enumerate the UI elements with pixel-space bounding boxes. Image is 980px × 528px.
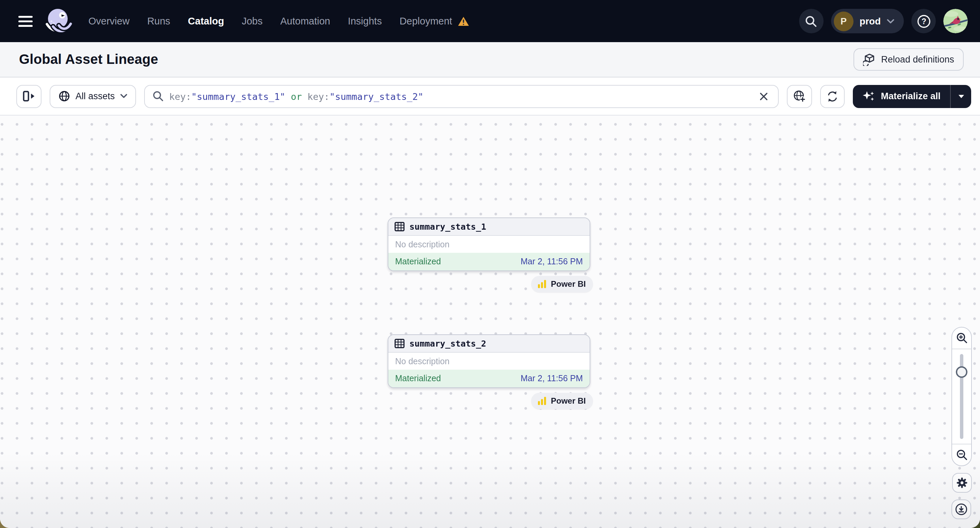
- page-header: Global Asset Lineage Reload definitions: [0, 42, 980, 78]
- reload-definitions-label: Reload definitions: [881, 54, 954, 65]
- zoom-in-button[interactable]: [952, 328, 971, 349]
- asset-node-header: summary_stats_2: [388, 335, 590, 353]
- chevron-down-icon: [958, 94, 964, 98]
- deployment-name: prod: [860, 16, 881, 27]
- asset-node-summary-stats-1[interactable]: summary_stats_1 No description Materiali…: [388, 217, 590, 271]
- refresh-graph-button[interactable]: [820, 85, 845, 108]
- close-icon: [759, 91, 768, 101]
- nav-item-label: Automation: [280, 16, 330, 27]
- materialized-status: Materialized: [395, 374, 441, 383]
- nav-item-insights[interactable]: Insights: [348, 16, 382, 27]
- page-title: Global Asset Lineage: [19, 52, 158, 67]
- download-icon: [955, 503, 968, 516]
- asset-node-status-row: Materialized Mar 2, 11:56 PM: [388, 369, 590, 387]
- powerbi-tag-badge[interactable]: Power BI: [531, 393, 593, 409]
- lineage-canvas[interactable]: summary_stats_1 No description Materiali…: [0, 116, 980, 528]
- download-graph-button[interactable]: [951, 499, 971, 519]
- nav-item-label: Insights: [348, 16, 382, 27]
- table-icon: [395, 338, 405, 349]
- refresh-icon: [826, 90, 838, 102]
- nav-item-overview[interactable]: Overview: [88, 16, 130, 27]
- help-icon: ?: [916, 14, 931, 28]
- help-button[interactable]: ?: [911, 9, 936, 33]
- zoom-out-button[interactable]: [952, 444, 971, 466]
- nav-item-label: Deployment: [399, 16, 452, 27]
- materialize-options-button[interactable]: [950, 85, 971, 108]
- search-token: "summary_stats_1": [191, 91, 285, 101]
- nav-item-deployment[interactable]: Deployment: [399, 16, 469, 27]
- sparkles-icon: [862, 90, 875, 102]
- materialize-all-button[interactable]: Materialize all: [853, 85, 950, 108]
- global-search-button[interactable]: [799, 9, 824, 33]
- nav-item-label: Jobs: [242, 16, 262, 27]
- graph-settings-button[interactable]: [952, 473, 972, 493]
- materialize-all-label: Materialize all: [881, 91, 940, 101]
- zoom-controls: [951, 327, 972, 466]
- canvas-bottom-shade: [0, 453, 980, 528]
- nav-item-label: Catalog: [188, 16, 224, 27]
- powerbi-tag-label: Power BI: [551, 279, 586, 289]
- materialize-all-split-button: Materialize all: [853, 85, 971, 108]
- asset-description: No description: [395, 357, 450, 366]
- user-avatar[interactable]: [943, 9, 968, 33]
- search-query-text: key:"summary_stats_1" or key:"summary_st…: [169, 91, 751, 101]
- gear-icon: [956, 477, 968, 488]
- search-icon: [152, 90, 164, 102]
- nav-item-automation[interactable]: Automation: [280, 16, 330, 27]
- asset-name: summary_stats_2: [409, 338, 486, 349]
- chevron-down-icon: [120, 94, 127, 98]
- materialization-timestamp[interactable]: Mar 2, 11:56 PM: [520, 257, 583, 266]
- nav-item-catalog[interactable]: Catalog: [188, 16, 224, 27]
- asset-name: summary_stats_1: [409, 222, 486, 232]
- deployment-initial-badge: P: [834, 11, 853, 31]
- powerbi-icon: [537, 396, 547, 406]
- asset-node-header: summary_stats_1: [388, 218, 590, 236]
- zoom-slider-knob[interactable]: [956, 366, 967, 378]
- search-token: key:: [169, 91, 191, 101]
- asset-node-status-row: Materialized Mar 2, 11:56 PM: [388, 253, 590, 270]
- view-global-graph-button[interactable]: [787, 85, 812, 108]
- zoom-in-icon: [956, 332, 967, 344]
- app-window: Overview Runs Catalog Jobs Automation In…: [0, 0, 980, 528]
- lineage-toolbar: All assets key:"summary_stats_1" or key:…: [0, 78, 980, 116]
- asset-scope-dropdown[interactable]: All assets: [49, 85, 136, 108]
- warning-triangle-icon: [458, 16, 469, 26]
- asset-node-body: No description: [388, 236, 590, 253]
- search-token: key:: [307, 91, 329, 101]
- search-token: "summary_stats_2": [329, 91, 423, 101]
- search-token: or: [285, 91, 307, 101]
- svg-text:?: ?: [921, 17, 926, 25]
- top-nav: Overview Runs Catalog Jobs Automation In…: [0, 0, 980, 42]
- panel-expand-icon: [22, 90, 35, 102]
- asset-node-body: No description: [388, 353, 590, 369]
- asset-node-summary-stats-2[interactable]: summary_stats_2 No description Materiali…: [388, 335, 590, 388]
- asset-search-input[interactable]: key:"summary_stats_1" or key:"summary_st…: [144, 85, 779, 108]
- powerbi-tag-badge[interactable]: Power BI: [531, 276, 593, 292]
- reload-definitions-icon: [863, 53, 876, 66]
- hamburger-icon: [18, 15, 32, 27]
- globe-add-icon: [793, 90, 806, 103]
- nav-item-runs[interactable]: Runs: [147, 16, 170, 27]
- dagster-logo-icon[interactable]: [45, 8, 72, 35]
- avatar-bird-image: [943, 9, 968, 33]
- zoom-slider[interactable]: [952, 349, 971, 444]
- hamburger-menu-button[interactable]: [15, 11, 35, 31]
- powerbi-icon: [537, 279, 547, 289]
- asset-description: No description: [395, 239, 450, 249]
- materialization-timestamp[interactable]: Mar 2, 11:56 PM: [520, 374, 583, 383]
- nav-right-cluster: P prod ?: [799, 9, 968, 33]
- open-sidebar-button[interactable]: [16, 85, 41, 108]
- clear-search-button[interactable]: [756, 89, 771, 104]
- zoom-out-icon: [956, 449, 967, 461]
- primary-nav-links: Overview Runs Catalog Jobs Automation In…: [88, 16, 469, 27]
- deployment-switcher[interactable]: P prod: [831, 9, 904, 33]
- asset-scope-label: All assets: [75, 91, 115, 101]
- table-icon: [395, 222, 405, 232]
- powerbi-tag-label: Power BI: [551, 396, 586, 406]
- reload-definitions-button[interactable]: Reload definitions: [853, 48, 964, 71]
- nav-item-label: Runs: [147, 16, 170, 27]
- globe-icon: [59, 90, 70, 102]
- materialized-status: Materialized: [395, 257, 441, 266]
- chevron-down-icon: [887, 19, 894, 24]
- nav-item-jobs[interactable]: Jobs: [242, 16, 262, 27]
